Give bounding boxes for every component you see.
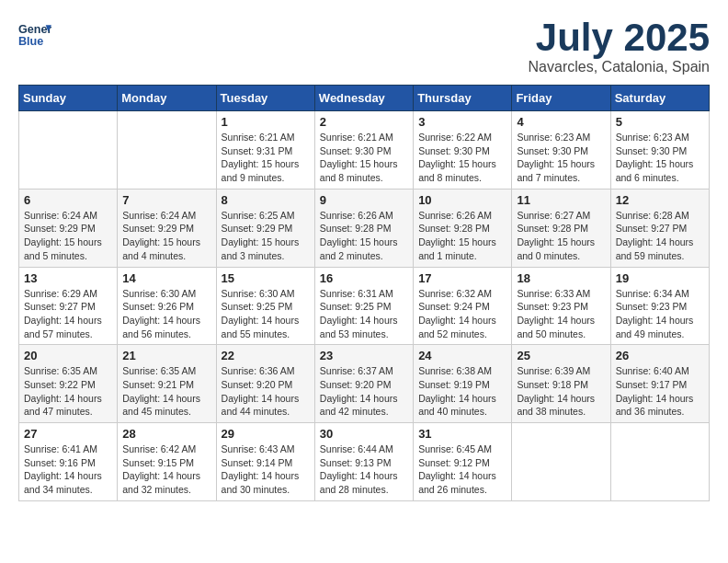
day-number: 8 [222,193,310,207]
day-info: Sunrise: 6:26 AM Sunset: 9:28 PM Dayligh… [320,209,408,263]
svg-text:Blue: Blue [18,35,43,48]
day-number: 11 [517,193,605,207]
calendar-cell: 9Sunrise: 6:26 AM Sunset: 9:28 PM Daylig… [314,189,413,267]
calendar-cell: 16Sunrise: 6:31 AM Sunset: 9:25 PM Dayli… [314,267,413,345]
calendar-cell: 12Sunrise: 6:28 AM Sunset: 9:27 PM Dayli… [610,189,709,267]
month-title: July 2025 [529,18,710,57]
day-number: 23 [320,349,408,362]
day-info: Sunrise: 6:40 AM Sunset: 9:17 PM Dayligh… [616,364,704,419]
week-row-4: 20Sunrise: 6:35 AM Sunset: 9:22 PM Dayli… [19,345,710,423]
day-info: Sunrise: 6:30 AM Sunset: 9:25 PM Dayligh… [222,287,310,341]
day-info: Sunrise: 6:26 AM Sunset: 9:28 PM Dayligh… [418,209,506,263]
calendar-cell: 6Sunrise: 6:24 AM Sunset: 9:29 PM Daylig… [19,189,118,267]
calendar-cell: 19Sunrise: 6:34 AM Sunset: 9:23 PM Dayli… [610,267,709,345]
calendar-cell: 3Sunrise: 6:22 AM Sunset: 9:30 PM Daylig… [414,111,512,190]
calendar-cell: 23Sunrise: 6:37 AM Sunset: 9:20 PM Dayli… [314,345,413,423]
day-number: 21 [122,349,210,362]
calendar-cell: 22Sunrise: 6:36 AM Sunset: 9:20 PM Dayli… [216,345,314,423]
day-number: 6 [24,193,112,207]
day-info: Sunrise: 6:33 AM Sunset: 9:23 PM Dayligh… [517,287,605,341]
calendar-cell: 4Sunrise: 6:23 AM Sunset: 9:30 PM Daylig… [512,111,610,190]
day-info: Sunrise: 6:24 AM Sunset: 9:29 PM Dayligh… [24,209,112,263]
calendar-table: SundayMondayTuesdayWednesdayThursdayFrid… [18,85,710,501]
day-number: 19 [616,271,704,285]
day-number: 7 [122,193,210,207]
calendar-cell: 5Sunrise: 6:23 AM Sunset: 9:30 PM Daylig… [610,111,709,190]
day-number: 17 [418,271,506,285]
day-number: 5 [616,115,704,129]
day-info: Sunrise: 6:43 AM Sunset: 9:14 PM Dayligh… [222,442,310,497]
day-number: 25 [517,349,605,362]
logo: General Blue [18,18,51,52]
day-number: 22 [222,349,310,362]
day-number: 10 [418,193,506,207]
calendar-cell: 26Sunrise: 6:40 AM Sunset: 9:17 PM Dayli… [610,345,709,423]
day-info: Sunrise: 6:31 AM Sunset: 9:25 PM Dayligh… [320,287,408,341]
day-number: 14 [122,271,210,285]
weekday-header-row: SundayMondayTuesdayWednesdayThursdayFrid… [19,86,710,111]
calendar-cell: 1Sunrise: 6:21 AM Sunset: 9:31 PM Daylig… [216,111,314,190]
weekday-header-thursday: Thursday [414,86,512,111]
day-info: Sunrise: 6:38 AM Sunset: 9:19 PM Dayligh… [418,364,506,419]
week-row-5: 27Sunrise: 6:41 AM Sunset: 9:16 PM Dayli… [19,423,710,501]
day-number: 27 [24,427,112,441]
week-row-3: 13Sunrise: 6:29 AM Sunset: 9:27 PM Dayli… [19,267,710,345]
day-info: Sunrise: 6:42 AM Sunset: 9:15 PM Dayligh… [122,442,210,497]
day-number: 30 [320,427,408,441]
day-info: Sunrise: 6:44 AM Sunset: 9:13 PM Dayligh… [320,442,408,497]
calendar-cell: 2Sunrise: 6:21 AM Sunset: 9:30 PM Daylig… [314,111,413,190]
day-number: 20 [24,349,112,362]
calendar-cell: 17Sunrise: 6:32 AM Sunset: 9:24 PM Dayli… [414,267,512,345]
day-number: 26 [616,349,704,362]
calendar-cell [118,111,216,190]
calendar-cell: 28Sunrise: 6:42 AM Sunset: 9:15 PM Dayli… [118,423,216,501]
weekday-header-friday: Friday [512,86,610,111]
day-info: Sunrise: 6:41 AM Sunset: 9:16 PM Dayligh… [24,442,112,497]
day-info: Sunrise: 6:21 AM Sunset: 9:31 PM Dayligh… [222,131,310,185]
day-number: 2 [320,115,408,129]
day-number: 31 [418,427,506,441]
day-number: 28 [122,427,210,441]
title-block: July 2025 Navarcles, Catalonia, Spain [529,18,710,75]
calendar-cell: 29Sunrise: 6:43 AM Sunset: 9:14 PM Dayli… [216,423,314,501]
calendar-cell [512,423,610,501]
day-info: Sunrise: 6:39 AM Sunset: 9:18 PM Dayligh… [517,364,605,419]
day-number: 13 [24,271,112,285]
day-info: Sunrise: 6:36 AM Sunset: 9:20 PM Dayligh… [222,364,310,419]
calendar-cell: 11Sunrise: 6:27 AM Sunset: 9:28 PM Dayli… [512,189,610,267]
day-number: 16 [320,271,408,285]
day-number: 29 [222,427,310,441]
calendar-cell: 8Sunrise: 6:25 AM Sunset: 9:29 PM Daylig… [216,189,314,267]
day-info: Sunrise: 6:28 AM Sunset: 9:27 PM Dayligh… [616,209,704,263]
page-header: General Blue July 2025 Navarcles, Catalo… [18,18,710,75]
week-row-1: 1Sunrise: 6:21 AM Sunset: 9:31 PM Daylig… [19,111,710,190]
calendar-cell: 13Sunrise: 6:29 AM Sunset: 9:27 PM Dayli… [19,267,118,345]
day-number: 12 [616,193,704,207]
day-info: Sunrise: 6:21 AM Sunset: 9:30 PM Dayligh… [320,131,408,185]
day-number: 1 [222,115,310,129]
calendar-cell: 24Sunrise: 6:38 AM Sunset: 9:19 PM Dayli… [414,345,512,423]
calendar-cell: 27Sunrise: 6:41 AM Sunset: 9:16 PM Dayli… [19,423,118,501]
day-number: 18 [517,271,605,285]
day-info: Sunrise: 6:30 AM Sunset: 9:26 PM Dayligh… [122,287,210,341]
location: Navarcles, Catalonia, Spain [529,59,710,75]
calendar-cell [610,423,709,501]
calendar-cell: 7Sunrise: 6:24 AM Sunset: 9:29 PM Daylig… [118,189,216,267]
calendar-cell: 15Sunrise: 6:30 AM Sunset: 9:25 PM Dayli… [216,267,314,345]
day-number: 15 [222,271,310,285]
day-info: Sunrise: 6:27 AM Sunset: 9:28 PM Dayligh… [517,209,605,263]
day-info: Sunrise: 6:37 AM Sunset: 9:20 PM Dayligh… [320,364,408,419]
logo-icon: General Blue [18,18,51,52]
calendar-cell: 14Sunrise: 6:30 AM Sunset: 9:26 PM Dayli… [118,267,216,345]
week-row-2: 6Sunrise: 6:24 AM Sunset: 9:29 PM Daylig… [19,189,710,267]
day-number: 3 [418,115,506,129]
calendar-cell [19,111,118,190]
day-info: Sunrise: 6:29 AM Sunset: 9:27 PM Dayligh… [24,287,112,341]
calendar-cell: 30Sunrise: 6:44 AM Sunset: 9:13 PM Dayli… [314,423,413,501]
day-info: Sunrise: 6:24 AM Sunset: 9:29 PM Dayligh… [122,209,210,263]
day-number: 9 [320,193,408,207]
day-info: Sunrise: 6:25 AM Sunset: 9:29 PM Dayligh… [222,209,310,263]
calendar-cell: 10Sunrise: 6:26 AM Sunset: 9:28 PM Dayli… [414,189,512,267]
weekday-header-saturday: Saturday [610,86,709,111]
day-number: 24 [418,349,506,362]
